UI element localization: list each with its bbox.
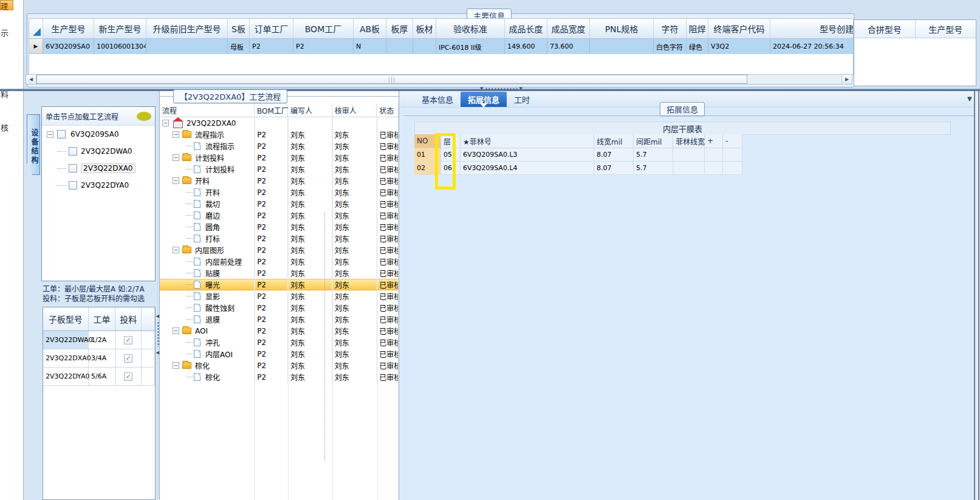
process-node-label: 冲孔	[205, 337, 220, 348]
sidebar-tab-fragment[interactable]: 理	[0, 0, 13, 10]
tree-connector	[187, 377, 193, 377]
process-row[interactable]: −计划投料P2刘东刘东已审核	[160, 152, 399, 163]
film-cell	[673, 148, 705, 162]
process-cell: 刘东	[288, 313, 332, 325]
process-row[interactable]: −2V3Q22DXA0	[160, 117, 399, 129]
process-row[interactable]: −开料P2刘东刘东已审核	[160, 175, 399, 187]
hscroll-right-arrow-icon[interactable]: ▶	[841, 75, 852, 84]
feed-checkbox[interactable]: ✓	[124, 372, 132, 381]
process-cell: 刘东	[288, 233, 332, 244]
process-cell: 已审核	[377, 290, 399, 302]
tree-collapse-icon[interactable]: −	[173, 131, 179, 138]
tree-collapse-icon[interactable]: −	[173, 247, 179, 253]
right-edge-scroll-strip[interactable]	[974, 91, 979, 500]
device-structure-tab[interactable]: 设备结构	[27, 114, 40, 175]
process-cell: P2	[255, 302, 288, 313]
process-tree-cell: 贴膜	[160, 267, 255, 279]
process-row[interactable]: 棕化P2刘东刘东已审核	[160, 371, 399, 383]
subboard-order-cell: 3/4A	[89, 349, 116, 367]
main-grid[interactable]: 生产型号新生产型号升级前旧生产型号S板订单工厂BOM工厂AB板板厚板材验收标准成…	[29, 18, 854, 75]
main-col-header: 验收标准	[436, 19, 505, 39]
collapsed-sidebar[interactable]: 理 示料核	[0, 0, 24, 500]
hscroll-thumb[interactable]: |||	[36, 75, 747, 84]
folder-icon	[182, 327, 191, 334]
process-cell: 刘东	[288, 129, 332, 140]
device-tree[interactable]: −6V3Q209SA02V3Q22DWA02V3Q22DXA02V3Q22DYA…	[42, 126, 155, 194]
main-col-header: 新生产型号	[94, 19, 146, 39]
film-row[interactable]: 02066V3Q209SA0.L48.075.7	[414, 162, 742, 175]
process-cell: 刘东	[332, 175, 377, 187]
process-row[interactable]: −棕化P2刘东刘东已审核	[160, 360, 399, 371]
subboard-table[interactable]: 子板型号工单投料 2V3Q22DWA01/2A✓2V3Q22DXA03/4A✓2…	[43, 307, 156, 500]
process-tree-cell: 流程指示	[160, 140, 255, 152]
tree-connector	[187, 146, 193, 146]
tab-基本信息[interactable]: 基本信息	[414, 92, 461, 107]
tree-collapse-icon[interactable]: −	[173, 154, 179, 161]
subboard-row[interactable]: 2V3Q22DYA05/6A✓	[43, 368, 155, 386]
process-row[interactable]: 磨边P2刘东刘东已审核	[160, 210, 399, 221]
film-cell	[673, 162, 705, 175]
film-table[interactable]: NO层★菲林号线宽mil间距mil菲林线宽+- 01056V3Q209SA0.L…	[414, 134, 742, 175]
tree-collapse-icon[interactable]: −	[173, 177, 179, 184]
tree-collapse-icon[interactable]: −	[47, 131, 53, 138]
process-node-label: 退膜	[205, 314, 220, 324]
production-col-header: 生产型号	[916, 20, 976, 38]
subboard-row[interactable]: 2V3Q22DWA01/2A✓	[43, 331, 155, 349]
main-grid-selected-row[interactable]: ▶ 6V3Q209SA010010600130475母板P2P2NIPC-601…	[29, 39, 853, 54]
tree-checkbox[interactable]	[69, 147, 77, 156]
process-row[interactable]: 曝光P2刘东刘东已审核	[160, 279, 399, 290]
tree-connector	[187, 238, 193, 239]
subboard-col-header-empty	[142, 307, 155, 330]
top-splitter-grip[interactable]: ▼▼	[480, 87, 523, 91]
film-row[interactable]: 01056V3Q209SA0.L38.075.7	[414, 148, 742, 162]
tree-node-root[interactable]: −6V3Q209SA0	[42, 126, 155, 143]
process-row[interactable]: −内层图形P2刘东刘东已审核	[160, 244, 399, 256]
process-row[interactable]: 打标P2刘东刘东已审核	[160, 233, 399, 244]
tree-checkbox[interactable]	[69, 181, 77, 190]
process-row[interactable]: 显影P2刘东刘东已审核	[160, 290, 399, 302]
process-row[interactable]: 贴膜P2刘东刘东已审核	[160, 267, 399, 279]
feed-checkbox[interactable]: ✓	[124, 336, 132, 344]
process-row[interactable]: 退膜P2刘东刘东已审核	[160, 313, 399, 325]
process-col-header: 状态	[377, 103, 399, 117]
feed-checkbox[interactable]: ✓	[124, 354, 132, 363]
process-row[interactable]: 内层前处理P2刘东刘东已审核	[160, 256, 399, 267]
film-cell: 5.7	[634, 162, 673, 175]
process-row[interactable]: −AOIP2刘东刘东已审核	[160, 325, 399, 337]
process-row[interactable]: 计划投料P2刘东刘东已审核	[160, 163, 399, 175]
process-row[interactable]: 圆角P2刘东刘东已审核	[160, 221, 399, 233]
tree-checkbox[interactable]	[69, 164, 77, 173]
process-row[interactable]: −流程指示P2刘东刘东已审核	[160, 129, 399, 140]
document-icon	[194, 292, 200, 300]
select-all-corner[interactable]	[29, 19, 43, 39]
main-col-header: 型号创建时间	[770, 19, 854, 39]
tree-collapse-icon[interactable]: −	[173, 362, 179, 369]
tab-工时[interactable]: 工时	[507, 92, 537, 107]
tabstrip-overflow-arrow-icon[interactable]: ▼	[967, 95, 972, 102]
subboard-row[interactable]: 2V3Q22DXA03/4A✓	[43, 349, 155, 368]
tree-collapse-icon[interactable]: −	[173, 327, 179, 334]
main-grid-hscrollbar[interactable]: ◀ ||| ▶	[26, 74, 852, 84]
main-cell: 73.600	[547, 39, 590, 54]
tree-checkbox[interactable]	[57, 130, 66, 139]
tab-拓展信息[interactable]: 拓展信息	[461, 92, 507, 107]
process-row[interactable]: 冲孔P2刘东刘东已审核	[160, 337, 399, 348]
tree-node-child[interactable]: 2V3Q22DYA0	[42, 177, 155, 194]
hscroll-left-arrow-icon[interactable]: ◀	[26, 75, 36, 84]
process-cell: P2	[255, 163, 288, 175]
row-marker: ▶	[29, 39, 43, 54]
process-tree-cell: 酸性蚀刻	[160, 302, 255, 313]
process-tree-cell: 磨边	[160, 210, 255, 221]
process-flow-panel: 流程BOM工厂编写人核审人状态 −2V3Q22DXA0−流程指示P2刘东刘东已审…	[159, 91, 399, 500]
process-row[interactable]: 内层AOIP2刘东刘东已审核	[160, 348, 399, 360]
tree-node-child[interactable]: 2V3Q22DXA0	[42, 160, 155, 177]
tree-node-child[interactable]: 2V3Q22DWA0	[42, 143, 155, 160]
process-cell: 刘东	[288, 198, 332, 210]
process-cell: 已审核	[377, 140, 399, 152]
process-row[interactable]: 裁切P2刘东刘东已审核	[160, 198, 399, 210]
tree-collapse-icon[interactable]: −	[162, 120, 169, 126]
process-row[interactable]: 流程指示P2刘东刘东已审核	[160, 140, 399, 152]
process-row[interactable]: 酸性蚀刻P2刘东刘东已审核	[160, 302, 399, 313]
process-row[interactable]: 开料P2刘东刘东已审核	[160, 187, 399, 198]
process-cell: 刘东	[332, 279, 377, 290]
